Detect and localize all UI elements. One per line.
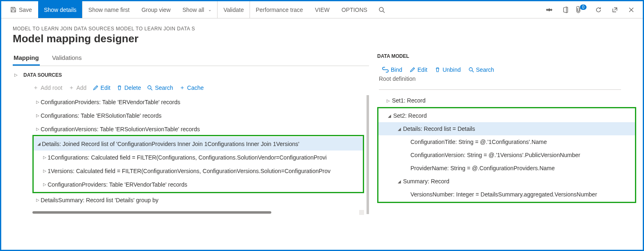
expand-icon[interactable]: ▷	[385, 98, 392, 103]
plus-icon: ＋	[32, 84, 39, 91]
add-button[interactable]: ＋ Add	[68, 84, 87, 91]
expand-icon[interactable]: ▷	[42, 155, 48, 160]
data-model-toolbar: Bind Edit Unbind Search	[382, 66, 636, 73]
highlight-box: ◢ Details: Joined Record list of 'Config…	[32, 135, 364, 193]
dm-node[interactable]: ConfigurationTitle: String = @.'1Configu…	[378, 135, 635, 148]
data-sources-toolbar: ＋ Add root ＋ Add Edit Delete	[32, 84, 369, 91]
svg-line-1	[383, 11, 385, 13]
validate-label: Validate	[223, 7, 244, 13]
data-model-tree: ▷ Set1: Record ◢ Set2: Record ◢ Details:…	[377, 94, 636, 203]
group-view-button[interactable]: Group view	[136, 1, 177, 18]
office-icon[interactable]	[557, 1, 574, 18]
tab-validations[interactable]: Validations	[51, 51, 83, 66]
page-title: Model mapping designer	[13, 32, 631, 45]
search-icon-button[interactable]	[374, 1, 390, 18]
diamond-icon[interactable]	[541, 1, 557, 18]
dm-node-label: ConfigurationVersion: String = @.'1Versi…	[410, 152, 580, 158]
page-heading: MODEL TO LEARN JOIN DATA SOURCES MODEL T…	[1, 18, 643, 48]
tree-node-label: ConfigurationVersions: Table 'ERSolution…	[41, 126, 364, 132]
expand-icon[interactable]: ▷	[35, 198, 41, 202]
expand-icon[interactable]: ▷	[35, 127, 41, 131]
expand-icon[interactable]: ▷	[42, 169, 48, 173]
refresh-icon[interactable]	[590, 1, 607, 18]
tree-node[interactable]: ▷ Configurations: Table 'ERSolutionTable…	[32, 109, 364, 122]
dm-node[interactable]: ProviderName: String = @.ConfigurationPr…	[378, 162, 635, 175]
link-icon	[382, 67, 389, 73]
expand-icon[interactable]: ▷	[35, 113, 41, 118]
unbind-button[interactable]: Unbind	[435, 66, 461, 73]
tab-mapping[interactable]: Mapping	[13, 51, 40, 66]
tree-node[interactable]: ▷ 1Configurations: Calculated field = FI…	[34, 151, 363, 164]
tabs: Mapping Validations	[13, 51, 369, 66]
tree-node-details[interactable]: ◢ Details: Joined Record list of 'Config…	[34, 137, 363, 151]
scrollbar-thumb[interactable]	[32, 211, 271, 214]
options-label: OPTIONS	[341, 7, 367, 13]
attachments-icon[interactable]: 0	[574, 1, 590, 18]
data-sources-label: DATA SOURCES	[23, 72, 62, 78]
expand-icon[interactable]: ▷	[13, 71, 19, 79]
add-root-button[interactable]: ＋ Add root	[32, 84, 62, 91]
dm-node-label: VersionsNumber: Integer = DetailsSummary…	[410, 191, 597, 198]
options-button[interactable]: OPTIONS	[336, 1, 374, 18]
dm-node[interactable]: VersionsNumber: Integer = DetailsSummary…	[378, 188, 635, 201]
view-button[interactable]: VIEW	[309, 1, 336, 18]
save-button[interactable]: Save	[5, 1, 38, 18]
collapse-icon[interactable]: ◢	[386, 114, 393, 118]
dm-node-label: ProviderName: String = @.ConfigurationPr…	[410, 165, 555, 171]
attachments-badge: 0	[580, 5, 587, 10]
expand-icon[interactable]: ▷	[35, 100, 41, 104]
tree-node[interactable]: ▷ DetailsSummary: Record list 'Details' …	[32, 193, 364, 207]
collapse-icon[interactable]: ◢	[36, 141, 42, 146]
edit-button[interactable]: Edit	[410, 66, 427, 73]
svg-point-4	[469, 68, 472, 71]
popout-icon[interactable]	[607, 1, 623, 18]
search-button[interactable]: Search	[147, 84, 173, 91]
tree-node-label: 1Versions: Calculated field = FILTER(Con…	[48, 168, 363, 174]
edit-label: Edit	[417, 66, 427, 73]
collapse-icon[interactable]: ◢	[396, 179, 403, 184]
search-button[interactable]: Search	[468, 66, 494, 73]
show-all-label: Show all	[183, 7, 204, 13]
tree-node[interactable]: ▷ ConfigurationProviders: Table 'ERVendo…	[32, 95, 364, 109]
close-icon[interactable]	[623, 1, 639, 18]
delete-button[interactable]: Delete	[116, 84, 141, 91]
tree-node-label: Details: Joined Record list of 'Configur…	[42, 141, 363, 147]
tree-node[interactable]: ▷ 1Versions: Calculated field = FILTER(C…	[34, 164, 363, 178]
edit-button[interactable]: Edit	[92, 84, 110, 91]
plus-icon: ＋	[179, 84, 186, 91]
tree-node-label: ConfigurationProviders: Table 'ERVendorT…	[41, 99, 364, 105]
dm-node-label: ConfigurationTitle: String = @.'1Configu…	[410, 139, 547, 145]
trash-icon	[435, 67, 440, 73]
dm-node-details[interactable]: ◢ Details: Record list = Details	[378, 122, 635, 135]
performance-trace-label: Performance trace	[256, 7, 303, 13]
dm-node[interactable]: ◢ Summary: Record	[378, 175, 635, 188]
dm-node[interactable]: ◢ Set2: Record	[378, 109, 635, 122]
tree-node[interactable]: ▷ ConfigurationProviders: Table 'ERVendo…	[34, 178, 363, 191]
edit-label: Edit	[101, 84, 110, 91]
unbind-label: Unbind	[442, 66, 461, 73]
show-name-first-label: Show name first	[88, 7, 129, 13]
search-icon	[468, 67, 474, 73]
cache-button[interactable]: ＋ Cache	[179, 84, 204, 91]
trash-icon	[116, 84, 123, 91]
tree-node-label: 1Configurations: Calculated field = FILT…	[48, 154, 363, 161]
show-details-button[interactable]: Show details	[38, 1, 83, 18]
tree-node[interactable]: ▷ ConfigurationVersions: Table 'ERSoluti…	[32, 122, 364, 136]
validate-button[interactable]: Validate	[218, 1, 250, 18]
dm-node-label: Details: Record list = Details	[403, 126, 475, 132]
expand-icon[interactable]: ▷	[42, 182, 48, 187]
performance-trace-button[interactable]: Performance trace	[250, 1, 309, 18]
bind-button[interactable]: Bind	[382, 66, 402, 73]
show-name-first-button[interactable]: Show name first	[83, 1, 135, 18]
dm-node[interactable]: ConfigurationVersion: String = @.'1Versi…	[378, 148, 635, 162]
horizontal-scrollbar[interactable]	[32, 211, 364, 214]
tree-node-label: ConfigurationProviders: Table 'ERVendorT…	[48, 181, 363, 188]
breadcrumb: MODEL TO LEARN JOIN DATA SOURCES MODEL T…	[13, 26, 631, 32]
dm-node[interactable]: ▷ Set1: Record	[377, 94, 636, 107]
pencil-icon	[92, 84, 99, 91]
show-all-button[interactable]: Show all ⌄	[177, 1, 218, 18]
dm-node-label: Set2: Record	[393, 112, 427, 119]
scrollbar-end	[359, 210, 364, 215]
tree-node-label: Configurations: Table 'ERSolutionTable' …	[41, 112, 364, 119]
collapse-icon[interactable]: ◢	[396, 127, 403, 131]
